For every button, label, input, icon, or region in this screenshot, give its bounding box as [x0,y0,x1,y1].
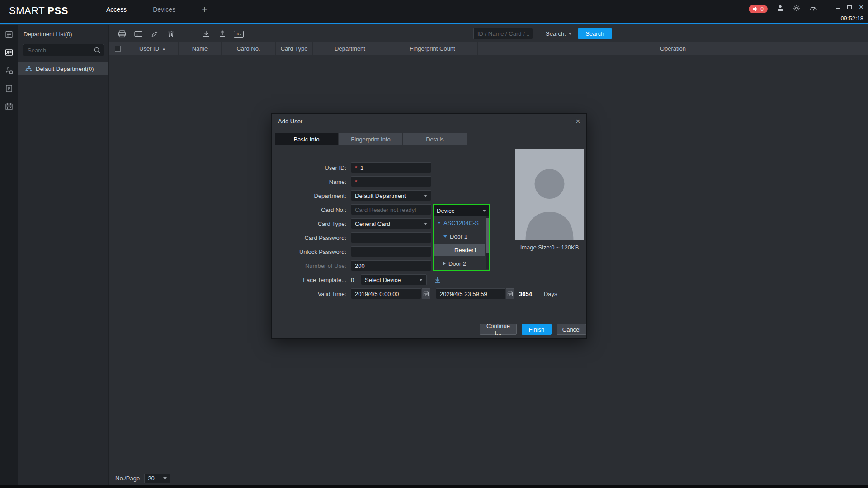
dialog-close-icon[interactable]: × [576,118,580,125]
column-department[interactable]: Department [313,42,387,55]
tab-details[interactable]: Details [403,133,467,145]
alarm-badge[interactable]: 0 [749,5,768,13]
valid-time-start-field[interactable]: 2019/4/5 0:00:00 [351,288,421,299]
tab-access[interactable]: Access [106,6,127,13]
console-icon[interactable] [0,25,18,43]
expanded-arrow-icon[interactable] [437,222,441,224]
image-size-caption: Image Size:0 ~ 120KB [506,244,593,251]
card-type-select[interactable]: General Card [351,218,431,229]
page-size-select[interactable]: 20 [144,474,170,483]
dialog-title-bar: Add User × [272,114,586,129]
valid-days-value: 3654 [519,291,532,297]
valid-time-end-field[interactable]: 2029/4/5 23:59:59 [436,288,505,299]
column-operation[interactable]: Operation [478,42,868,55]
alarm-count: 0 [760,6,764,12]
batch-import-icon[interactable] [199,28,213,40]
cancel-button[interactable]: Cancel [557,324,586,335]
required-asterisk: * [355,178,357,185]
restore-icon[interactable] [847,5,852,9]
scrollbar-thumb[interactable] [486,218,489,253]
dialog-buttons: Continue t... Finish Cancel [480,324,586,335]
issue-card-printer-icon[interactable] [115,28,129,40]
popup-scrollbar[interactable] [486,216,489,269]
record-icon[interactable] [0,80,18,98]
finish-button[interactable]: Finish [522,324,552,335]
search-icon[interactable] [94,47,100,53]
department-select[interactable]: Default Department [351,190,431,201]
batch-export-icon[interactable] [216,28,229,40]
column-card-no[interactable]: Card No. [222,42,276,55]
name-field[interactable]: * [351,176,431,187]
user-account-icon[interactable] [777,5,784,13]
sort-asc-icon[interactable]: ▲ [162,47,166,51]
column-fingerprint-count[interactable]: Fingerprint Count [387,42,478,55]
tree-item-controller[interactable]: ASC1204C-S [434,216,489,230]
department-label: Department: [272,192,346,199]
tree-item-reader1[interactable]: Reader1 [434,244,485,256]
unlock-password-input[interactable] [351,246,431,257]
edit-pencil-icon[interactable] [148,28,161,40]
tree-item-door2[interactable]: Door 2 [434,257,489,270]
tab-basic-info[interactable]: Basic Info [275,133,338,145]
collapsed-arrow-icon[interactable] [443,262,446,265]
tab-devices[interactable]: Devices [153,6,175,13]
app-logo: SMART PSS [9,5,68,17]
settings-gear-icon[interactable] [793,5,800,13]
user-table-header: User ID▲ Name Card No. Card Type Departm… [109,42,868,55]
person-silhouette-icon [515,149,584,240]
calendar-icon[interactable] [506,288,514,299]
basic-info-form: User ID: *1 Name: * Department: Default … [272,162,557,302]
ic-card-icon[interactable]: IC [232,28,245,40]
expanded-arrow-icon[interactable] [443,235,447,238]
number-of-use-label: Number of Use: [272,263,346,269]
user-card-icon[interactable] [0,43,18,61]
continue-button[interactable]: Continue t... [480,324,517,335]
column-name[interactable]: Name [179,42,222,55]
titlebar-icons: 0 [749,5,817,13]
card-password-input[interactable] [351,232,431,243]
calendar-icon[interactable] [422,288,430,299]
face-import-icon[interactable] [434,277,441,283]
department-list-item[interactable]: Default Department(0) [18,62,108,75]
delete-trash-icon[interactable] [164,28,178,40]
user-photo-placeholder[interactable] [515,149,584,240]
department-panel: Department List(0) Default Department(0) [18,25,109,485]
user-id-field[interactable]: *1 [351,162,431,173]
search-button[interactable]: Search [578,28,612,39]
card-type-value: General Card [355,221,390,227]
new-tab-button[interactable]: + [202,5,208,14]
column-user-id[interactable]: User ID▲ [127,42,179,55]
device-tree: ASC1204C-S Door 1 Reader1 Door 2 [434,216,489,270]
close-window-icon[interactable]: × [859,3,863,12]
card-no-input[interactable] [351,204,431,215]
number-of-use-input[interactable] [351,260,431,271]
tree-item-door1[interactable]: Door 1 [434,230,489,243]
select-device-value: Select Device [365,277,401,283]
chevron-down-icon [419,279,423,281]
dialog-tabs: Basic Info Fingerprint Info Details [275,133,467,145]
user-id-label: User ID: [272,164,346,171]
search-type-dropdown[interactable]: Search: [546,30,572,37]
chevron-down-icon [424,223,427,225]
form-row-card-type: Card Type: General Card [272,218,557,229]
person-permission-icon[interactable] [0,61,18,80]
department-search [23,44,104,56]
column-card-type[interactable]: Card Type [276,42,313,55]
name-label: Name: [272,178,346,185]
face-template-count: 0 [351,277,356,283]
select-device-dropdown[interactable]: Select Device [361,274,427,285]
speaker-icon [753,6,758,12]
minimize-icon[interactable]: – [836,4,840,11]
add-card-icon[interactable] [132,28,145,40]
department-search-input[interactable] [23,44,104,56]
device-combo[interactable]: Device [434,205,489,216]
dashboard-gauge-icon[interactable] [809,5,817,13]
user-search-input[interactable] [473,28,533,39]
select-all-checkbox[interactable] [115,46,121,52]
page-size-value: 20 [148,475,154,482]
tab-fingerprint-info[interactable]: Fingerprint Info [339,133,402,145]
org-tree-icon [25,66,32,72]
department-item-label: Default Department(0) [36,66,94,72]
attendance-icon[interactable] [0,98,18,116]
title-bar: SMART PSS Access Devices + 0 – × 09:52:1… [0,0,868,24]
